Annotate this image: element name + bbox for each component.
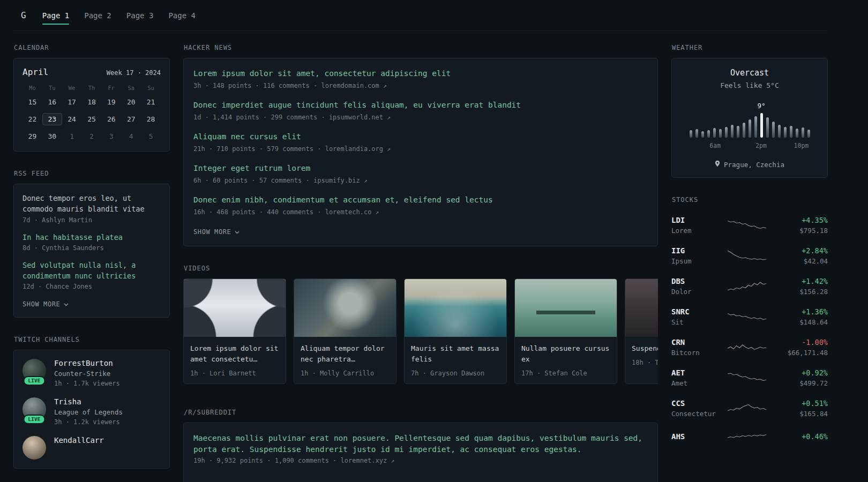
stock-change: +0.46%: [776, 432, 828, 441]
stock-name: Lorem: [671, 227, 717, 235]
rss-box: Donec tempor eros leo, ut commodo mauris…: [13, 184, 170, 318]
hn-item-title[interactable]: Donec imperdiet augue tincidunt felis al…: [193, 100, 648, 111]
video-meta: 18h · Tara: [632, 359, 658, 366]
stock-row[interactable]: DBS Dolor +1.42% $156.28: [671, 271, 828, 302]
video-card[interactable]: Lorem ipsum dolor sit amet consectetu… 1…: [183, 278, 286, 384]
calendar-day: 18: [82, 96, 102, 108]
hacker-news-box: Lorem ipsum dolor sit amet, consectetur …: [183, 58, 658, 246]
channel-avatar: [23, 436, 46, 460]
weather-hourly-chart: 9° 6am2pm10pm: [690, 106, 810, 150]
calendar-dow: Sa: [121, 85, 141, 91]
calendar-dow: Tu: [42, 85, 62, 91]
hn-item: Aliquam nec cursus elit 21h · 710 points…: [193, 131, 648, 153]
tab-page-2[interactable]: Page 2: [84, 11, 111, 20]
chevron-down-icon: [235, 228, 240, 236]
rss-item-title: In hac habitasse platea: [23, 232, 161, 243]
calendar-day: 20: [121, 96, 141, 108]
rss-item[interactable]: Sed volutpat nulla nisl, a condimentum n…: [23, 260, 161, 291]
stock-symbol: DBS: [671, 277, 717, 285]
stock-change: -1.00%: [776, 338, 828, 347]
video-meta: 1h · Lori Barnett: [190, 370, 279, 377]
hn-show-more-button[interactable]: SHOW MORE: [193, 228, 240, 236]
video-card[interactable]: Aliquam tempor dolor nec pharetra… 1h · …: [294, 278, 396, 384]
calendar-day-next-month: 5: [141, 130, 161, 142]
hn-item-domain-link[interactable]: ipsumworld.net ↗: [329, 114, 391, 121]
rss-item[interactable]: Donec tempor eros leo, ut commodo mauris…: [23, 193, 161, 224]
calendar-day: 24: [62, 113, 82, 125]
rss-item-title: Sed volutpat nulla nisl, a condimentum n…: [23, 260, 161, 282]
stock-row[interactable]: LDI Lorem +4.35% $795.18: [671, 210, 828, 240]
video-card[interactable]: Suspendisse diam 18h · Tara: [625, 278, 658, 384]
hn-item-meta: 1d · 1,414 points · 299 comments · ipsum…: [193, 114, 648, 121]
channel-name: ForrestBurton: [54, 359, 120, 367]
stock-row[interactable]: CCS Consectetur +0.51% $165.84: [671, 393, 828, 424]
tab-page-3[interactable]: Page 3: [126, 11, 154, 20]
stock-sparkline: [728, 309, 766, 325]
hn-item-domain-link[interactable]: loremlandia.org ↗: [325, 145, 391, 153]
avatar: LIVE: [23, 397, 46, 421]
stock-sparkline: [728, 340, 766, 356]
stock-name: Dolor: [671, 288, 717, 296]
stock-row[interactable]: AHS +0.46%: [671, 424, 828, 451]
rss-item-meta: 7d · Ashlyn Martin: [23, 216, 161, 224]
hn-item-domain-link[interactable]: loremtech.co ↗: [325, 208, 379, 216]
stock-sparkline: [728, 278, 766, 295]
video-thumbnail: [184, 279, 286, 337]
calendar-day: 30: [42, 130, 62, 142]
stock-row[interactable]: CRN Bitcorn -1.00% $66,171.48: [671, 332, 828, 363]
hn-item-title[interactable]: Donec enim nibh, condimentum et accumsan…: [193, 194, 648, 206]
calendar-dow: Su: [141, 85, 161, 91]
stock-row[interactable]: IIG Ipsum +2.84% $42.04: [671, 240, 828, 271]
video-meta: 7h · Grayson Dawson: [411, 370, 500, 377]
weather-widget: WEATHER Overcast Feels like 5°C 9° 6am2p…: [671, 44, 828, 178]
rss-show-more-button[interactable]: SHOW MORE: [23, 300, 69, 308]
stock-change: +1.36%: [776, 307, 828, 316]
hn-item-title[interactable]: Lorem ipsum dolor sit amet, consectetur …: [193, 68, 648, 79]
stock-price: $499.72: [776, 379, 828, 387]
hn-item-title[interactable]: Integer eget rutrum lorem: [193, 163, 648, 174]
live-badge: LIVE: [23, 415, 45, 424]
chevron-down-icon: [64, 300, 69, 308]
calendar-day: 26: [101, 113, 121, 125]
calendar-day: 28: [141, 113, 161, 125]
stock-price: $148.64: [776, 318, 828, 326]
stock-change: +2.84%: [776, 246, 828, 255]
hn-item-domain-link[interactable]: loremdomain.com ↗: [321, 82, 386, 89]
calendar-dow: Fr: [101, 85, 121, 91]
hn-item-meta: 21h · 710 points · 579 comments · loreml…: [193, 145, 648, 153]
subreddit-post-title[interactable]: Maecenas mollis pulvinar erat non posuer…: [193, 433, 648, 455]
tab-page-4[interactable]: Page 4: [168, 11, 196, 20]
video-card[interactable]: Nullam posuere cursus ex 17h · Stefan Co…: [514, 278, 617, 384]
channel-category: League of Legends: [54, 408, 123, 416]
video-card[interactable]: Mauris sit amet massa felis 7h · Grayson…: [404, 278, 507, 384]
video-title: Mauris sit amet massa felis: [411, 343, 500, 365]
stocks-widget: STOCKS LDI Lorem +4.35% $795.18: [671, 196, 828, 451]
page-tabs: Page 1 Page 2 Page 3 Page 4: [42, 11, 196, 20]
stock-sparkline: [728, 430, 766, 446]
hn-item: Integer eget rutrum lorem 6h · 60 points…: [193, 163, 648, 184]
widget-title-rss: RSS FEED: [14, 170, 170, 177]
subreddit-post-meta: 19h · 9,932 points · 1,090 comments · lo…: [193, 457, 648, 464]
weather-hour-label: 6am: [709, 142, 721, 149]
hn-item-meta: 6h · 60 points · 57 comments · ipsumify.…: [193, 177, 648, 184]
stock-symbol: SNRC: [671, 307, 717, 316]
stock-row[interactable]: SNRC Sit +1.36% $148.64: [671, 302, 828, 332]
twitch-channel-row[interactable]: KendallCarr: [23, 436, 161, 460]
calendar-month: April: [23, 67, 48, 77]
subreddit-domain-link[interactable]: loremnet.xyz ↗: [341, 457, 395, 464]
twitch-channel-row[interactable]: LIVE Trisha League of Legends 3h · 1.2k …: [23, 397, 161, 426]
tab-page-1[interactable]: Page 1: [42, 11, 70, 20]
channel-name: KendallCarr: [54, 436, 104, 445]
rss-item[interactable]: In hac habitasse platea 8d · Cynthia Sau…: [23, 232, 161, 252]
hn-item-domain-link[interactable]: ipsumify.biz ↗: [313, 177, 368, 184]
stock-symbol: AET: [671, 368, 717, 377]
hn-item-title[interactable]: Aliquam nec cursus elit: [193, 131, 648, 142]
hn-item-meta: 3h · 148 points · 116 comments · loremdo…: [193, 82, 648, 89]
calendar-dow: We: [62, 85, 82, 91]
twitch-channel-row[interactable]: LIVE ForrestBurton Counter-Strike 1h · 1…: [23, 359, 161, 387]
hn-item: Lorem ipsum dolor sit amet, consectetur …: [193, 68, 648, 89]
external-link-icon: ↗: [387, 146, 391, 153]
widget-title-hacker-news: HACKER NEWS: [184, 44, 658, 51]
stock-row[interactable]: AET Amet +0.92% $499.72: [671, 363, 828, 393]
video-thumbnail: [405, 279, 506, 337]
